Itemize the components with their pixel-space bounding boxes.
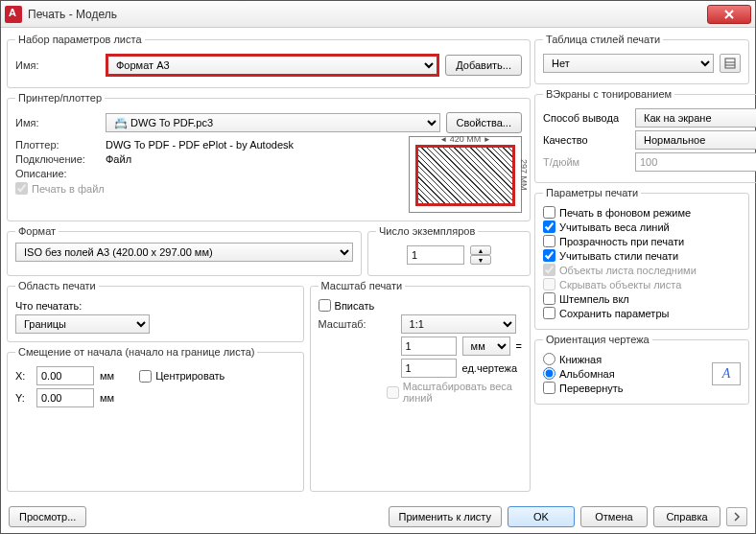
plotter-label: Плоттер:	[15, 139, 100, 151]
y-unit: мм	[100, 392, 114, 404]
cancel-button[interactable]: Отмена	[580, 506, 648, 527]
center-checkbox[interactable]: Центрировать	[139, 370, 224, 383]
window-title: Печать - Модель	[28, 8, 117, 21]
svg-rect-0	[725, 58, 735, 68]
printer-group: Принтер/плоттер Имя: 📇 DWG To PDF.pc3 Св…	[7, 92, 531, 221]
preview-width-label: ◄ 420 MM ►	[410, 134, 521, 144]
shade-legend: ВЭкраны с тонированием	[543, 88, 674, 100]
plotter-value: DWG To PDF - PDF ePlot - by Autodesk	[106, 139, 294, 151]
help-button[interactable]: Справка	[653, 506, 721, 527]
close-button[interactable]	[707, 5, 751, 24]
app-icon	[5, 6, 22, 23]
plot-styles-group: Таблица стилей печати Нет	[534, 34, 749, 84]
orientation-group: Ориентация чертежа Книжная Альбомная Пер…	[534, 334, 749, 405]
portrait-radio[interactable]: Книжная	[543, 353, 704, 365]
plot-area-legend: Область печати	[15, 280, 99, 291]
chevron-right-icon	[733, 512, 741, 522]
opt-lineweights-checkbox[interactable]: Учитывать веса линий	[543, 221, 741, 233]
plot-area-group: Область печати Что печатать: Границы	[7, 280, 304, 342]
scale-lineweights-checkbox: Масштабировать веса линий	[319, 381, 522, 404]
dpi-label: Т/дюйм	[543, 156, 629, 168]
description-label: Описание:	[15, 168, 100, 179]
what-to-plot-label: Что печатать:	[15, 300, 82, 312]
copies-legend: Число экземпляров	[376, 225, 478, 237]
what-to-plot-select[interactable]: Границы	[15, 314, 150, 334]
titlebar: Печать - Модель	[1, 1, 755, 28]
opt-save-checkbox[interactable]: Сохранить параметры	[543, 307, 741, 319]
preview-height-label: 297 MM	[519, 137, 529, 212]
plot-style-select[interactable]: Нет	[543, 54, 714, 73]
fit-to-paper-checkbox[interactable]: Вписать	[319, 299, 522, 312]
printer-legend: Принтер/плоттер	[15, 92, 105, 104]
paper-preview: ◄ 420 MM ► 297 MM	[409, 136, 522, 213]
y-label: Y:	[15, 392, 31, 404]
scale-unit-select[interactable]: мм	[462, 337, 510, 356]
scale-select[interactable]: 1:1	[401, 314, 516, 334]
connection-label: Подключение:	[15, 153, 100, 165]
printer-name-label: Имя:	[15, 117, 100, 128]
print-to-file-checkbox: Печать в файл	[15, 182, 401, 195]
quality-select[interactable]: Нормальное	[635, 130, 756, 150]
preview-page-rect	[415, 145, 515, 206]
scale-label: Масштаб:	[319, 318, 395, 330]
printer-properties-button[interactable]: Свойства...	[446, 112, 522, 133]
expand-button[interactable]	[726, 507, 747, 526]
scale-unit1-input[interactable]	[401, 337, 457, 356]
offset-group: Смещение от начала (начало на границе ли…	[7, 346, 304, 492]
x-input[interactable]	[36, 366, 94, 385]
copies-group: Число экземпляров ▲ ▼	[367, 225, 531, 276]
opt-background-checkbox[interactable]: Печать в фоновом режиме	[543, 206, 741, 219]
equals-sign: =	[516, 340, 522, 352]
preview-button[interactable]: Просмотр...	[9, 506, 86, 527]
dialog-footer: Просмотр... Применить к листу OK Отмена …	[9, 506, 747, 527]
opt-hide-checkbox: Скрывать объекты листа	[543, 278, 741, 290]
page-setup-name-label: Имя:	[15, 59, 100, 71]
scale-group: Масштаб печати Вписать Масштаб: 1:1 мм =	[310, 280, 531, 492]
x-label: X:	[15, 370, 31, 382]
paper-legend: Формат	[15, 225, 59, 237]
copies-down-button[interactable]: ▼	[470, 255, 491, 265]
page-setup-legend: Набор параметров листа	[15, 34, 145, 45]
print-dialog: Печать - Модель Набор параметров листа И…	[0, 0, 756, 534]
printer-name-select[interactable]: 📇 DWG To PDF.pc3	[106, 113, 440, 132]
edit-style-button[interactable]	[720, 54, 741, 73]
plot-options-group: Параметры печати Печать в фоновом режиме…	[534, 187, 749, 330]
close-icon	[724, 10, 734, 19]
quality-label: Качество	[543, 134, 629, 146]
y-input[interactable]	[36, 388, 94, 407]
x-unit: мм	[100, 370, 114, 382]
shade-method-select[interactable]: Как на экране	[635, 108, 756, 128]
upside-down-checkbox[interactable]: Перевернуть	[543, 382, 704, 394]
table-icon	[724, 58, 736, 69]
connection-value: Файл	[106, 153, 131, 165]
opt-stamp-checkbox[interactable]: Штемпель вкл	[543, 292, 741, 305]
apply-to-layout-button[interactable]: Применить к листу	[389, 506, 503, 527]
dpi-input	[635, 152, 756, 172]
plot-options-legend: Параметры печати	[543, 187, 641, 198]
opt-transparency-checkbox[interactable]: Прозрачность при печати	[543, 235, 741, 247]
shade-group: ВЭкраны с тонированием Способ выводаКак …	[534, 88, 756, 183]
opt-plotstyles-checkbox[interactable]: Учитывать стили печати	[543, 249, 741, 262]
orientation-preview-icon: A	[712, 362, 741, 385]
scale-unit2-input[interactable]	[401, 359, 457, 378]
copies-up-button[interactable]: ▲	[470, 245, 491, 255]
offset-legend: Смещение от начала (начало на границе ли…	[15, 346, 257, 358]
landscape-radio[interactable]: Альбомная	[543, 367, 704, 380]
add-page-setup-button[interactable]: Добавить...	[445, 55, 522, 76]
scale-legend: Масштаб печати	[319, 280, 406, 291]
orientation-legend: Ориентация чертежа	[543, 334, 652, 345]
plot-styles-legend: Таблица стилей печати	[543, 34, 663, 45]
paper-size-select[interactable]: ISO без полей A3 (420.00 x 297.00 мм)	[15, 243, 353, 262]
opt-paperlast-checkbox: Объекты листа последними	[543, 264, 741, 276]
drawing-unit-label: ед.чертежа	[462, 362, 517, 374]
shade-method-label: Способ вывода	[543, 112, 629, 124]
ok-button[interactable]: OK	[508, 506, 575, 527]
page-setup-name-select[interactable]: Формат А3	[106, 54, 439, 77]
paper-size-group: Формат ISO без полей A3 (420.00 x 297.00…	[7, 225, 362, 276]
copies-input[interactable]	[407, 245, 464, 265]
page-setup-group: Набор параметров листа Имя: Формат А3 До…	[7, 34, 531, 88]
